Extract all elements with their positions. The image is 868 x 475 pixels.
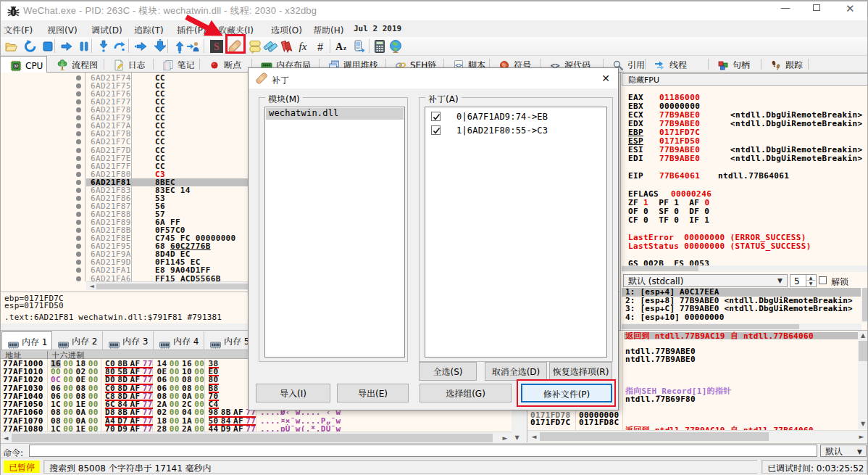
command-input[interactable] bbox=[29, 445, 817, 457]
scroll-right-button[interactable]: ► bbox=[500, 433, 510, 443]
patch-dialog-close-icon[interactable]: ✕ bbox=[598, 73, 614, 85]
arguments-hscrollbar[interactable] bbox=[622, 323, 861, 330]
function-button[interactable]: fx bbox=[296, 39, 310, 54]
scroll-down-button[interactable]: ▼ bbox=[858, 419, 868, 429]
argument-count-stepper[interactable]: 5 ▲ ▼ bbox=[790, 274, 817, 287]
patch-list-item[interactable]: 0|6A7F1AD9:74->EB bbox=[426, 110, 607, 123]
open-folder-button[interactable] bbox=[4, 39, 19, 54]
pause-button[interactable] bbox=[77, 39, 91, 54]
select-all-button[interactable]: 全选(S) bbox=[419, 362, 477, 381]
trace-hash-button[interactable]: # bbox=[313, 39, 327, 54]
argument-row[interactable]: 1: [esp+4] A0C17EEA bbox=[622, 288, 861, 297]
scroll-down-button[interactable]: ▼ bbox=[512, 433, 522, 443]
patch-checkbox[interactable] bbox=[431, 112, 441, 121]
scroll-left-button[interactable]: ◄ bbox=[529, 431, 539, 442]
patch-list-item[interactable]: 1|6AD21F80:55->C3 bbox=[426, 124, 607, 137]
patch-list[interactable]: 0|6A7F1AD9:74->EB1|6AD21F80:55->C3 bbox=[425, 107, 607, 358]
tab-cpu[interactable]: 32CPU bbox=[0, 56, 47, 73]
registers-hscrollbar[interactable] bbox=[622, 265, 868, 272]
menu-item-t[interactable]: 追踪(T) bbox=[134, 23, 164, 36]
step-out-button[interactable] bbox=[172, 39, 187, 54]
stop-button[interactable] bbox=[41, 39, 55, 54]
menu-item-p[interactable]: 插件(P) bbox=[177, 23, 206, 36]
tab-句柄[interactable]: 句柄 bbox=[708, 56, 761, 72]
breakpoint-dot[interactable] bbox=[76, 268, 81, 273]
menu-item-f[interactable]: 文件(F) bbox=[4, 23, 33, 36]
close-button[interactable]: ✕ bbox=[846, 2, 855, 15]
arguments-vscrollbar[interactable] bbox=[861, 288, 868, 323]
patch-dialog-title-bar[interactable]: 补丁 ✕ bbox=[249, 68, 618, 88]
comment-button[interactable] bbox=[248, 39, 262, 54]
run-button[interactable] bbox=[59, 39, 74, 54]
dump-tab-3[interactable]: 内存 3 bbox=[103, 331, 154, 350]
breakpoint-dot[interactable] bbox=[76, 228, 81, 233]
argument-row[interactable]: 4: [esp+10] 00000000 bbox=[622, 313, 861, 322]
scyllahide-button[interactable]: S bbox=[209, 39, 224, 54]
tab-线程[interactable]: 线程 bbox=[645, 56, 708, 72]
globe-button[interactable] bbox=[388, 39, 403, 54]
breakpoint-dot[interactable] bbox=[76, 99, 81, 104]
registers-panel[interactable]: 隐藏FPU EAX01186000EBX00000000ECX77B9ABE0<… bbox=[620, 73, 868, 330]
register-row[interactable]: CF 0 TF 0 IF 1 bbox=[628, 216, 867, 225]
stack-row[interactable]: 0171FD7800000000 bbox=[527, 411, 858, 419]
breakpoint-dot[interactable] bbox=[76, 164, 81, 169]
command-profile-select[interactable]: 默认▼ bbox=[820, 445, 867, 457]
register-row[interactable]: EIP77B64061ntdll.77B64061 bbox=[628, 172, 867, 181]
run-to-user-code-button[interactable] bbox=[186, 39, 201, 54]
breakpoint-dot[interactable] bbox=[76, 260, 81, 265]
unlock-checkbox[interactable] bbox=[819, 276, 827, 284]
scroll-thumb[interactable] bbox=[12, 434, 493, 442]
breakpoint-dot[interactable] bbox=[76, 172, 81, 177]
hide-fpu-button[interactable]: 隐藏FPU bbox=[622, 73, 868, 86]
menu-item-date[interactable]: Jul 2 2019 bbox=[354, 24, 401, 33]
breakpoint-dot[interactable] bbox=[76, 196, 81, 201]
breakpoint-dot[interactable] bbox=[76, 204, 81, 209]
bookmark-button[interactable] bbox=[279, 39, 293, 54]
scroll-thumb[interactable] bbox=[859, 341, 867, 361]
scroll-left-button[interactable]: ◄ bbox=[87, 283, 96, 290]
menu-item-о[interactable]: 选项(O) bbox=[271, 23, 302, 36]
memory-dump-hscrollbar[interactable]: ◄ ► bbox=[0, 431, 512, 443]
select-group-button[interactable]: 选择组(G) bbox=[420, 384, 512, 402]
breakpoint-dot[interactable] bbox=[76, 83, 81, 88]
export-button[interactable]: 导出(E) bbox=[337, 384, 409, 402]
run-trace-button[interactable] bbox=[134, 39, 149, 54]
breakpoint-dot[interactable] bbox=[76, 236, 81, 241]
tab-断点[interactable]: 断点 bbox=[199, 56, 251, 72]
scroll-thumb[interactable] bbox=[862, 288, 867, 321]
label-button[interactable] bbox=[263, 39, 277, 54]
spinner-down-icon[interactable]: ▼ bbox=[806, 281, 815, 286]
register-row[interactable]: LastStatus 00000000 (STATUS_SUCCESS) bbox=[628, 242, 867, 251]
maximize-button[interactable] bbox=[813, 4, 820, 11]
patch-checkbox[interactable] bbox=[431, 125, 441, 135]
restart-button[interactable] bbox=[23, 39, 38, 54]
dump-tab-4[interactable]: 内存 4 bbox=[154, 331, 204, 350]
breakpoint-dot[interactable] bbox=[76, 180, 81, 185]
scroll-thumb[interactable] bbox=[540, 432, 769, 441]
breakpoint-dot[interactable] bbox=[76, 131, 81, 136]
restore-selection-button[interactable]: 恢复选择项(R) bbox=[549, 362, 612, 381]
stack-vscrollbar[interactable]: ▲ ▼ bbox=[858, 331, 868, 429]
breakpoint-dot[interactable] bbox=[76, 148, 81, 153]
calling-convention-select[interactable]: 默认 (stdcall)▼ bbox=[623, 274, 788, 287]
breakpoint-dot[interactable] bbox=[76, 188, 81, 193]
breakpoint-dot[interactable] bbox=[76, 139, 81, 144]
source-phone-button[interactable] bbox=[352, 39, 367, 54]
module-list-item[interactable]: wechatwin.dll bbox=[266, 108, 404, 120]
breakpoint-dot[interactable] bbox=[76, 220, 81, 225]
breakpoint-dot[interactable] bbox=[76, 123, 81, 128]
minimize-button[interactable]: — bbox=[780, 1, 790, 13]
tab-跟踪[interactable]: 跟踪 bbox=[761, 56, 808, 72]
dump-tab-1[interactable]: 内存 1 bbox=[1, 331, 52, 350]
title-bar[interactable]: WeChat.exe - PID: 263C - 模块: wechatwin.d… bbox=[0, 0, 868, 20]
scroll-right-button[interactable]: ► bbox=[856, 431, 867, 442]
breakpoint-dot[interactable] bbox=[76, 212, 81, 217]
breakpoint-dot[interactable] bbox=[76, 107, 81, 112]
menu-item-h[interactable]: 帮助(H) bbox=[313, 23, 343, 36]
scroll-thumb[interactable] bbox=[622, 266, 698, 271]
patch-dialog[interactable]: 补丁 ✕ 模块(M) wechatwin.dll 补丁(A) 0|6A7F1AD… bbox=[248, 67, 619, 410]
breakpoint-dot[interactable] bbox=[76, 75, 81, 80]
breakpoint-dot[interactable] bbox=[76, 244, 81, 249]
calculator-button[interactable] bbox=[372, 39, 387, 54]
breakpoint-dot[interactable] bbox=[76, 276, 81, 281]
